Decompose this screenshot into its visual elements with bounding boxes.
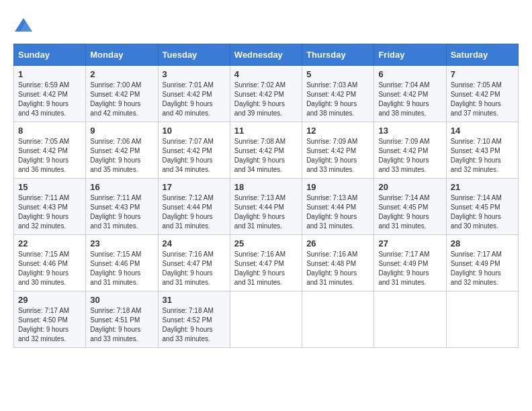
calendar-week-row: 15Sunrise: 7:11 AMSunset: 4:43 PMDayligh…	[14, 179, 519, 235]
day-number: 17	[163, 182, 226, 192]
day-number: 10	[163, 126, 226, 136]
day-info: Sunrise: 7:05 AMSunset: 4:42 PMDaylight:…	[451, 81, 514, 118]
calendar-cell: 7Sunrise: 7:05 AMSunset: 4:42 PMDaylight…	[446, 66, 518, 122]
day-info: Sunrise: 7:09 AMSunset: 4:42 PMDaylight:…	[378, 137, 441, 175]
header	[13, 13, 519, 37]
day-number: 19	[306, 182, 369, 192]
day-number: 22	[18, 238, 81, 248]
calendar-cell: 31Sunrise: 7:18 AMSunset: 4:52 PMDayligh…	[158, 291, 230, 348]
calendar-cell: 5Sunrise: 7:03 AMSunset: 4:42 PMDaylight…	[302, 66, 374, 122]
calendar-cell: 10Sunrise: 7:07 AMSunset: 4:42 PMDayligh…	[158, 122, 230, 179]
calendar-cell: 2Sunrise: 7:00 AMSunset: 4:42 PMDaylight…	[86, 66, 158, 122]
day-number: 30	[90, 295, 153, 305]
weekday-header: Thursday	[302, 44, 374, 66]
day-info: Sunrise: 7:14 AMSunset: 4:45 PMDaylight:…	[451, 193, 514, 231]
weekday-header: Wednesday	[230, 44, 302, 66]
logo-icon	[13, 17, 34, 37]
day-number: 6	[378, 69, 441, 79]
day-info: Sunrise: 7:15 AMSunset: 4:46 PMDaylight:…	[18, 250, 81, 287]
day-info: Sunrise: 7:02 AMSunset: 4:42 PMDaylight:…	[234, 81, 298, 118]
day-number: 11	[234, 126, 298, 136]
day-info: Sunrise: 7:11 AMSunset: 4:43 PMDaylight:…	[18, 193, 81, 231]
day-number: 26	[306, 238, 369, 248]
day-number: 21	[451, 182, 514, 192]
day-number: 20	[378, 182, 441, 192]
calendar-cell	[374, 291, 446, 348]
day-info: Sunrise: 7:14 AMSunset: 4:45 PMDaylight:…	[378, 193, 441, 231]
day-number: 14	[451, 126, 514, 136]
day-info: Sunrise: 7:08 AMSunset: 4:42 PMDaylight:…	[234, 137, 298, 175]
calendar-cell: 24Sunrise: 7:16 AMSunset: 4:47 PMDayligh…	[158, 235, 230, 291]
calendar-week-row: 29Sunrise: 7:17 AMSunset: 4:50 PMDayligh…	[14, 291, 519, 348]
day-number: 27	[378, 238, 441, 248]
day-info: Sunrise: 7:01 AMSunset: 4:42 PMDaylight:…	[163, 81, 226, 118]
calendar-table: SundayMondayTuesdayWednesdayThursdayFrid…	[13, 44, 519, 348]
calendar-week-row: 22Sunrise: 7:15 AMSunset: 4:46 PMDayligh…	[14, 235, 519, 291]
day-number: 1	[18, 69, 81, 79]
day-info: Sunrise: 7:12 AMSunset: 4:44 PMDaylight:…	[163, 193, 226, 231]
day-number: 18	[234, 182, 298, 192]
day-info: Sunrise: 7:18 AMSunset: 4:52 PMDaylight:…	[163, 306, 226, 344]
day-number: 4	[234, 69, 298, 79]
calendar-cell	[230, 291, 302, 348]
day-number: 23	[90, 238, 153, 248]
weekday-header: Tuesday	[158, 44, 230, 66]
day-info: Sunrise: 7:18 AMSunset: 4:51 PMDaylight:…	[90, 306, 153, 344]
day-info: Sunrise: 7:07 AMSunset: 4:42 PMDaylight:…	[163, 137, 226, 175]
day-info: Sunrise: 7:17 AMSunset: 4:49 PMDaylight:…	[451, 250, 514, 287]
day-info: Sunrise: 6:59 AMSunset: 4:42 PMDaylight:…	[18, 81, 81, 118]
calendar-cell: 28Sunrise: 7:17 AMSunset: 4:49 PMDayligh…	[446, 235, 518, 291]
calendar-cell: 13Sunrise: 7:09 AMSunset: 4:42 PMDayligh…	[374, 122, 446, 179]
day-number: 2	[90, 69, 153, 79]
day-number: 13	[378, 126, 441, 136]
day-info: Sunrise: 7:16 AMSunset: 4:48 PMDaylight:…	[306, 250, 369, 287]
day-info: Sunrise: 7:09 AMSunset: 4:42 PMDaylight:…	[306, 137, 369, 175]
day-info: Sunrise: 7:04 AMSunset: 4:42 PMDaylight:…	[378, 81, 441, 118]
day-number: 3	[163, 69, 226, 79]
weekday-header: Saturday	[446, 44, 518, 66]
day-info: Sunrise: 7:11 AMSunset: 4:43 PMDaylight:…	[90, 193, 153, 231]
day-number: 7	[451, 69, 514, 79]
calendar-cell: 30Sunrise: 7:18 AMSunset: 4:51 PMDayligh…	[86, 291, 158, 348]
calendar-cell: 20Sunrise: 7:14 AMSunset: 4:45 PMDayligh…	[374, 179, 446, 235]
day-number: 8	[18, 126, 81, 136]
logo	[13, 17, 36, 37]
day-info: Sunrise: 7:17 AMSunset: 4:50 PMDaylight:…	[18, 306, 81, 344]
calendar-cell	[302, 291, 374, 348]
day-number: 25	[234, 238, 298, 248]
calendar-cell: 22Sunrise: 7:15 AMSunset: 4:46 PMDayligh…	[14, 235, 86, 291]
day-number: 16	[90, 182, 153, 192]
calendar-cell: 26Sunrise: 7:16 AMSunset: 4:48 PMDayligh…	[302, 235, 374, 291]
day-info: Sunrise: 7:13 AMSunset: 4:44 PMDaylight:…	[306, 193, 369, 231]
day-number: 28	[451, 238, 514, 248]
calendar-cell: 6Sunrise: 7:04 AMSunset: 4:42 PMDaylight…	[374, 66, 446, 122]
weekday-header: Sunday	[14, 44, 86, 66]
day-info: Sunrise: 7:00 AMSunset: 4:42 PMDaylight:…	[90, 81, 153, 118]
calendar-cell: 18Sunrise: 7:13 AMSunset: 4:44 PMDayligh…	[230, 179, 302, 235]
calendar-cell: 11Sunrise: 7:08 AMSunset: 4:42 PMDayligh…	[230, 122, 302, 179]
calendar-cell: 29Sunrise: 7:17 AMSunset: 4:50 PMDayligh…	[14, 291, 86, 348]
calendar-cell: 4Sunrise: 7:02 AMSunset: 4:42 PMDaylight…	[230, 66, 302, 122]
calendar-cell: 12Sunrise: 7:09 AMSunset: 4:42 PMDayligh…	[302, 122, 374, 179]
day-info: Sunrise: 7:10 AMSunset: 4:43 PMDaylight:…	[451, 137, 514, 175]
calendar-cell: 21Sunrise: 7:14 AMSunset: 4:45 PMDayligh…	[446, 179, 518, 235]
calendar-cell: 27Sunrise: 7:17 AMSunset: 4:49 PMDayligh…	[374, 235, 446, 291]
weekday-header: Monday	[86, 44, 158, 66]
calendar-cell: 1Sunrise: 6:59 AMSunset: 4:42 PMDaylight…	[14, 66, 86, 122]
day-number: 5	[306, 69, 369, 79]
calendar-week-row: 1Sunrise: 6:59 AMSunset: 4:42 PMDaylight…	[14, 66, 519, 122]
day-info: Sunrise: 7:16 AMSunset: 4:47 PMDaylight:…	[234, 250, 298, 287]
day-info: Sunrise: 7:17 AMSunset: 4:49 PMDaylight:…	[378, 250, 441, 287]
calendar-cell: 25Sunrise: 7:16 AMSunset: 4:47 PMDayligh…	[230, 235, 302, 291]
day-number: 29	[18, 295, 81, 305]
calendar-cell: 23Sunrise: 7:15 AMSunset: 4:46 PMDayligh…	[86, 235, 158, 291]
day-info: Sunrise: 7:16 AMSunset: 4:47 PMDaylight:…	[163, 250, 226, 287]
calendar-cell: 17Sunrise: 7:12 AMSunset: 4:44 PMDayligh…	[158, 179, 230, 235]
day-number: 9	[90, 126, 153, 136]
calendar-cell: 19Sunrise: 7:13 AMSunset: 4:44 PMDayligh…	[302, 179, 374, 235]
calendar-cell: 16Sunrise: 7:11 AMSunset: 4:43 PMDayligh…	[86, 179, 158, 235]
day-number: 12	[306, 126, 369, 136]
calendar-cell: 9Sunrise: 7:06 AMSunset: 4:42 PMDaylight…	[86, 122, 158, 179]
day-info: Sunrise: 7:05 AMSunset: 4:42 PMDaylight:…	[18, 137, 81, 175]
day-info: Sunrise: 7:03 AMSunset: 4:42 PMDaylight:…	[306, 81, 369, 118]
